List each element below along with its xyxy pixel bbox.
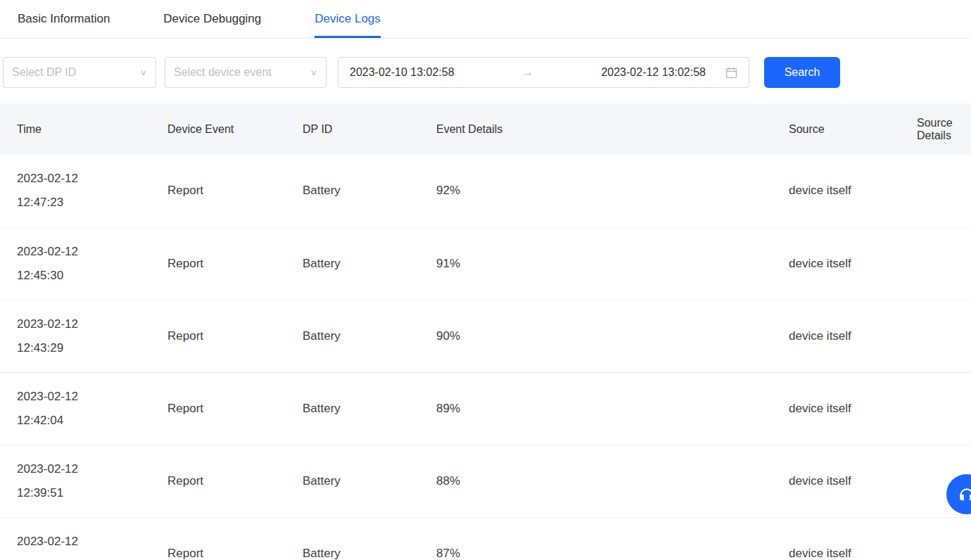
- cell-source: device itself: [772, 445, 900, 517]
- cell-dp-id: Battery: [286, 517, 419, 560]
- cell-time: 2023-02-12 12:37:50: [0, 517, 151, 560]
- cell-source-details: [900, 227, 971, 300]
- device-logs-table: Time Device Event DP ID Event Details So…: [0, 103, 971, 560]
- cell-source-details: [900, 372, 971, 445]
- cell-clock: 12:43:29: [17, 336, 145, 360]
- date-start-value[interactable]: 2023-02-10 13:02:58: [350, 66, 455, 79]
- cell-source-details: [900, 155, 971, 227]
- cell-time: 2023-02-12 12:42:04: [0, 372, 151, 445]
- date-end-value[interactable]: 2023-02-12 13:02:58: [601, 66, 706, 79]
- cell-source-details: [900, 517, 971, 560]
- cell-event-details: 90%: [419, 300, 772, 372]
- cell-source: device itself: [772, 155, 900, 227]
- col-header-device-event: Device Event: [151, 103, 286, 155]
- cell-date: 2023-02-12: [17, 385, 145, 409]
- cell-dp-id: Battery: [286, 155, 419, 227]
- cell-source: device itself: [772, 227, 900, 300]
- col-header-dp-id: DP ID: [286, 103, 419, 155]
- headset-icon: [958, 485, 971, 504]
- cell-clock: 12:45:30: [17, 264, 145, 288]
- col-header-event-details: Event Details: [419, 103, 772, 155]
- cell-event-details: 88%: [419, 445, 772, 517]
- table-row: 2023-02-12 12:43:29 Report Battery 90% d…: [0, 300, 971, 372]
- cell-dp-id: Battery: [286, 445, 419, 517]
- cell-device-event: Report: [151, 155, 286, 227]
- device-event-select[interactable]: Select device event ∨: [165, 57, 326, 88]
- chevron-down-icon: ∨: [140, 68, 147, 77]
- date-range-picker[interactable]: 2023-02-10 13:02:58 → 2023-02-12 13:02:5…: [338, 57, 749, 88]
- cell-event-details: 89%: [419, 372, 772, 445]
- col-header-source-details: Source Details: [900, 103, 971, 155]
- table-header-row: Time Device Event DP ID Event Details So…: [0, 103, 971, 155]
- cell-source: device itself: [772, 300, 900, 372]
- chevron-down-icon: ∨: [310, 68, 317, 77]
- cell-time: 2023-02-12 12:47:23: [0, 155, 151, 227]
- col-header-source: Source: [772, 103, 900, 155]
- cell-dp-id: Battery: [286, 300, 419, 372]
- dp-id-select[interactable]: Select DP ID ∨: [3, 57, 156, 88]
- cell-date: 2023-02-12: [17, 457, 145, 481]
- tab-device-logs[interactable]: Device Logs: [315, 0, 381, 38]
- cell-source-details: [900, 300, 971, 372]
- cell-date: 2023-02-12: [17, 312, 145, 336]
- arrow-right-icon: →: [455, 66, 602, 79]
- cell-clock: 12:39:51: [17, 481, 145, 505]
- tab-bar: Basic Information Device Debugging Devic…: [0, 0, 971, 39]
- filter-bar: Select DP ID ∨ Select device event ∨ 202…: [3, 57, 971, 88]
- cell-device-event: Report: [151, 372, 286, 445]
- cell-time: 2023-02-12 12:39:51: [0, 445, 151, 517]
- cell-date: 2023-02-12: [17, 167, 145, 191]
- cell-event-details: 92%: [419, 155, 772, 227]
- tab-basic-information[interactable]: Basic Information: [18, 0, 110, 38]
- cell-device-event: Report: [151, 517, 286, 560]
- table-row: 2023-02-12 12:39:51 Report Battery 88% d…: [0, 445, 971, 517]
- cell-time: 2023-02-12 12:43:29: [0, 300, 151, 372]
- cell-clock: 12:42:04: [17, 409, 145, 433]
- cell-clock: 12:47:23: [17, 191, 145, 215]
- device-event-select-placeholder: Select device event: [174, 66, 272, 79]
- cell-source: device itself: [772, 372, 900, 445]
- cell-event-details: 87%: [419, 517, 772, 560]
- calendar-icon[interactable]: [725, 67, 737, 79]
- cell-dp-id: Battery: [286, 227, 419, 300]
- col-header-time: Time: [0, 103, 151, 155]
- cell-dp-id: Battery: [286, 372, 419, 445]
- table-row: 2023-02-12 12:45:30 Report Battery 91% d…: [0, 227, 971, 300]
- cell-time: 2023-02-12 12:45:30: [0, 227, 151, 300]
- cell-device-event: Report: [151, 227, 286, 300]
- cell-device-event: Report: [151, 300, 286, 372]
- cell-date: 2023-02-12: [17, 530, 145, 554]
- search-button[interactable]: Search: [764, 57, 840, 88]
- tab-device-debugging[interactable]: Device Debugging: [163, 0, 261, 38]
- table-row: 2023-02-12 12:37:50 Report Battery 87% d…: [0, 517, 971, 560]
- cell-event-details: 91%: [419, 227, 772, 300]
- table-row: 2023-02-12 12:42:04 Report Battery 89% d…: [0, 372, 971, 445]
- dp-id-select-placeholder: Select DP ID: [12, 66, 76, 79]
- cell-device-event: Report: [151, 445, 286, 517]
- cell-clock: 12:37:50: [17, 554, 145, 560]
- cell-source: device itself: [772, 517, 900, 560]
- cell-date: 2023-02-12: [17, 240, 145, 264]
- table-row: 2023-02-12 12:47:23 Report Battery 92% d…: [0, 155, 971, 227]
